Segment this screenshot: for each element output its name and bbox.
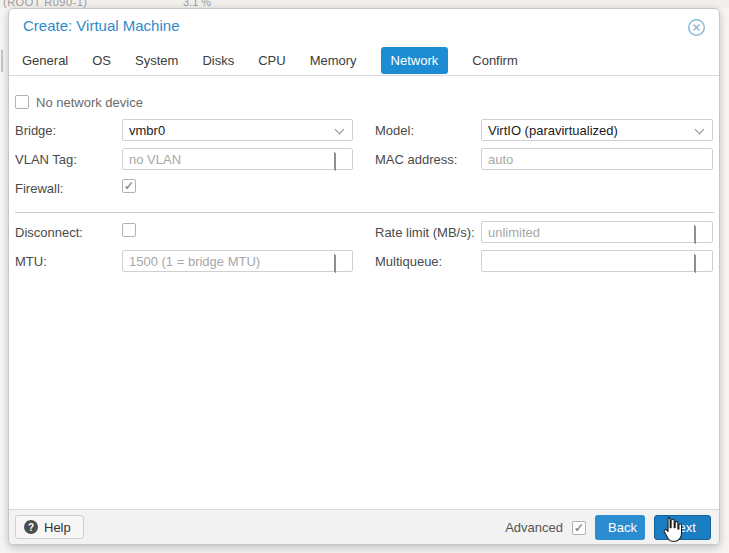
tab-system[interactable]: System [135,47,178,74]
disconnect-label: Disconnect: [15,225,83,240]
dialog-title: Create: Virtual Machine [23,17,179,34]
rate-limit-spinner[interactable] [481,221,713,243]
tab-network[interactable]: Network [381,47,449,74]
vlan-tag-label: VLAN Tag: [15,152,77,167]
vlan-tag-input[interactable] [123,149,352,169]
tab-confirm[interactable]: Confirm [472,47,518,74]
tab-cpu[interactable]: CPU [258,47,285,74]
tab-memory[interactable]: Memory [310,47,357,74]
next-button[interactable]: Next [654,515,711,540]
model-value[interactable] [482,120,712,140]
mac-address-label: MAC address: [375,152,457,167]
mtu-label: MTU: [15,254,47,269]
tab-disks[interactable]: Disks [202,47,234,74]
close-icon[interactable] [687,18,706,37]
spinner-arrows-icon[interactable] [694,226,704,244]
multiqueue-input[interactable] [482,251,712,271]
help-button-label: Help [44,520,71,535]
background-text-fragment [1,50,3,72]
create-vm-dialog: Create: Virtual Machine General OS Syste… [8,8,720,545]
tab-general[interactable]: General [22,47,68,74]
dialog-footer: Help Advanced Back Next [9,509,719,544]
help-button[interactable]: Help [15,515,84,539]
firewall-checkbox[interactable] [122,179,136,193]
bridge-value[interactable] [123,120,352,140]
disconnect-checkbox[interactable] [122,223,136,237]
multiqueue-label: Multiqueue: [375,254,442,269]
spinner-arrows-icon[interactable] [334,255,344,273]
model-label: Model: [375,123,414,138]
no-network-device-checkbox[interactable] [15,95,29,109]
advanced-checkbox[interactable] [572,521,586,535]
spinner-arrows-icon[interactable] [694,255,704,273]
model-combo[interactable] [481,119,713,141]
section-divider [15,212,714,213]
question-icon [24,520,38,534]
background-page-strip: (ROOT R090-1) 3.1 % [0,0,729,8]
mac-address-input[interactable] [482,149,712,169]
mtu-spinner[interactable] [122,250,353,272]
vlan-tag-spinner[interactable] [122,148,353,170]
tab-os[interactable]: OS [92,47,111,74]
background-text-fragment: (ROOT R090-1) [3,0,88,8]
mtu-input[interactable] [123,251,352,271]
spinner-arrows-icon[interactable] [334,153,344,171]
mac-address-field[interactable] [481,148,713,170]
multiqueue-spinner[interactable] [481,250,713,272]
rate-limit-input[interactable] [482,222,712,242]
bridge-label: Bridge: [15,123,56,138]
no-network-device-label: No network device [36,95,143,110]
rate-limit-label: Rate limit (MB/s): [375,225,475,240]
bridge-combo[interactable] [122,119,353,141]
advanced-label: Advanced [505,520,563,535]
back-button[interactable]: Back [595,515,645,540]
wizard-tab-bar: General OS System Disks CPU Memory Netwo… [9,46,719,76]
background-text-fragment: 3.1 % [183,0,211,8]
firewall-label: Firewall: [15,181,63,196]
